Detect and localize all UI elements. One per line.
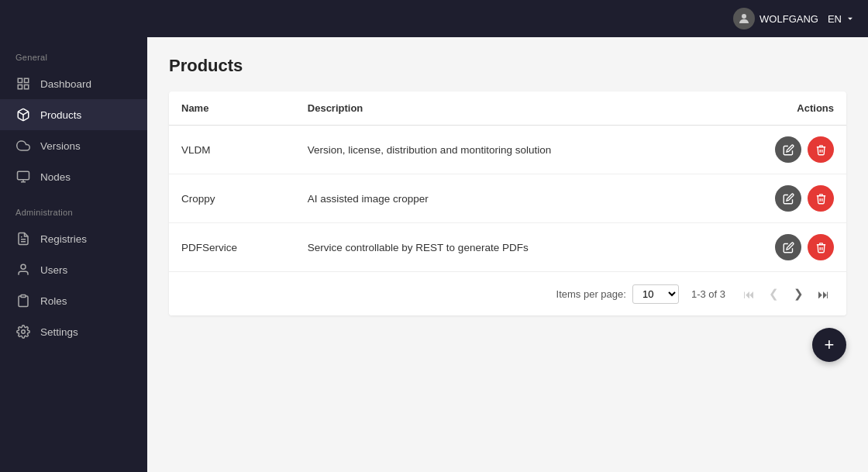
pagination-buttons: ⏮ ❮ ❯ ⏭ bbox=[738, 283, 834, 305]
table-row: Croppy AI assisted image cropper bbox=[169, 174, 846, 223]
edit-button[interactable] bbox=[775, 234, 801, 260]
lang-label: EN bbox=[828, 13, 842, 25]
layout: General Dashboard Products Versions Node… bbox=[0, 37, 868, 472]
monitor-icon bbox=[16, 169, 31, 184]
sidebar-registries-label: Registries bbox=[40, 233, 87, 245]
sidebar-item-versions[interactable]: Versions bbox=[0, 130, 147, 161]
cell-description: Version, license, distribution and monti… bbox=[295, 126, 715, 174]
svg-point-11 bbox=[21, 264, 26, 269]
last-page-button[interactable]: ⏭ bbox=[812, 283, 834, 305]
sidebar-item-users[interactable]: Users bbox=[0, 254, 147, 285]
sidebar-settings-label: Settings bbox=[40, 326, 78, 338]
products-table: Name Description Actions VLDM Version, l… bbox=[169, 91, 846, 271]
cell-actions bbox=[715, 174, 846, 223]
page-info: 1-3 of 3 bbox=[691, 288, 725, 300]
svg-point-0 bbox=[742, 14, 746, 19]
language-selector[interactable]: EN bbox=[828, 13, 856, 25]
sidebar-item-registries[interactable]: Registries bbox=[0, 223, 147, 254]
delete-button[interactable] bbox=[808, 234, 834, 260]
svg-rect-2 bbox=[25, 78, 29, 82]
delete-button[interactable] bbox=[808, 185, 834, 212]
cell-name: Croppy bbox=[169, 174, 295, 223]
sidebar-roles-label: Roles bbox=[40, 295, 67, 307]
cell-actions bbox=[715, 126, 846, 174]
page-title: Products bbox=[169, 56, 846, 76]
sidebar-item-dashboard[interactable]: Dashboard bbox=[0, 68, 147, 99]
table-row: VLDM Version, license, distribution and … bbox=[169, 126, 846, 174]
edit-button[interactable] bbox=[775, 136, 801, 163]
items-per-page-label: Items per page: bbox=[556, 288, 626, 300]
sidebar-nodes-label: Nodes bbox=[40, 171, 71, 183]
prev-page-button[interactable]: ❮ bbox=[763, 283, 784, 305]
add-product-button[interactable]: + bbox=[812, 328, 846, 362]
svg-rect-4 bbox=[25, 85, 29, 89]
table-row: PDFService Service controllable by REST … bbox=[169, 223, 846, 272]
main-content: Products Name Description Actions VLDM V… bbox=[147, 37, 868, 472]
clipboard-icon bbox=[16, 293, 31, 308]
items-per-page-select[interactable]: 10 25 50 100 bbox=[632, 284, 679, 304]
sidebar-admin-label: Administration bbox=[0, 205, 147, 223]
svg-point-13 bbox=[22, 330, 26, 334]
cell-name: PDFService bbox=[169, 223, 295, 272]
sidebar-versions-label: Versions bbox=[40, 140, 81, 152]
pagination-row: Items per page: 10 25 50 100 1-3 of 3 ⏮ … bbox=[169, 271, 846, 315]
products-table-container: Name Description Actions VLDM Version, l… bbox=[169, 91, 846, 315]
grid-icon bbox=[16, 76, 31, 91]
cell-name: VLDM bbox=[169, 126, 295, 174]
items-per-page: Items per page: 10 25 50 100 bbox=[556, 284, 679, 304]
sidebar-item-settings[interactable]: Settings bbox=[0, 316, 147, 347]
col-description: Description bbox=[295, 91, 715, 126]
next-page-button[interactable]: ❯ bbox=[787, 283, 809, 305]
username-label: WOLFGANG bbox=[760, 13, 818, 25]
svg-rect-12 bbox=[21, 295, 26, 298]
user-menu[interactable]: WOLFGANG bbox=[733, 8, 818, 29]
sidebar-users-label: Users bbox=[40, 264, 67, 276]
file-text-icon bbox=[16, 231, 31, 246]
box-icon bbox=[16, 107, 31, 122]
sidebar-products-label: Products bbox=[40, 109, 81, 121]
fab-container: + bbox=[169, 315, 846, 362]
sidebar-dashboard-label: Dashboard bbox=[40, 78, 91, 90]
sidebar-general-label: General bbox=[0, 50, 147, 68]
svg-rect-6 bbox=[18, 171, 29, 180]
col-actions: Actions bbox=[715, 91, 846, 126]
user-icon bbox=[16, 262, 31, 277]
edit-button[interactable] bbox=[775, 185, 801, 212]
cell-actions bbox=[715, 223, 846, 272]
delete-button[interactable] bbox=[808, 136, 834, 163]
cell-description: AI assisted image cropper bbox=[295, 174, 715, 223]
sidebar-item-roles[interactable]: Roles bbox=[0, 285, 147, 316]
gear-icon bbox=[16, 324, 31, 339]
sidebar: General Dashboard Products Versions Node… bbox=[0, 37, 147, 472]
topbar: WOLFGANG EN bbox=[0, 0, 868, 37]
cloud-icon bbox=[16, 138, 31, 153]
sidebar-item-nodes[interactable]: Nodes bbox=[0, 161, 147, 192]
cell-description: Service controllable by REST to generate… bbox=[295, 223, 715, 272]
sidebar-item-products[interactable]: Products bbox=[0, 99, 147, 130]
first-page-button[interactable]: ⏮ bbox=[738, 283, 760, 305]
svg-rect-3 bbox=[18, 85, 22, 89]
avatar bbox=[733, 8, 755, 29]
table-header-row: Name Description Actions bbox=[169, 91, 846, 126]
add-icon: + bbox=[825, 335, 835, 355]
svg-rect-1 bbox=[18, 78, 22, 82]
col-name: Name bbox=[169, 91, 295, 126]
